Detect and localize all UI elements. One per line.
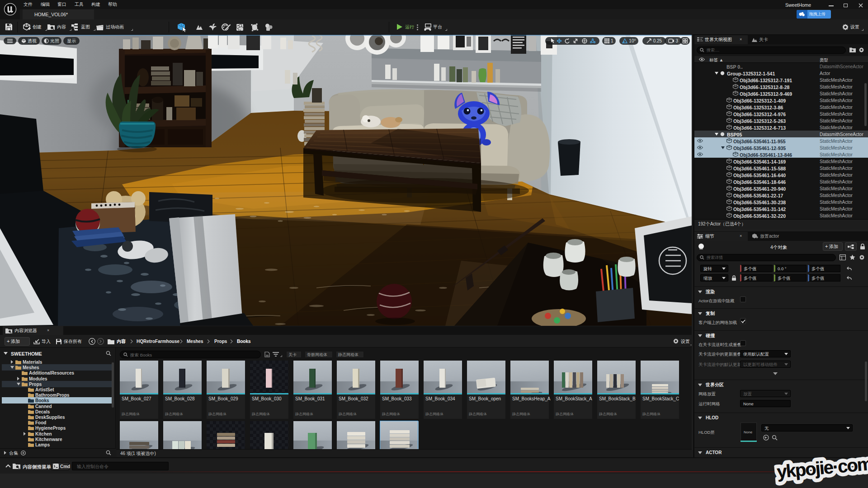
svg-text:ykpojie·com: ykpojie·com — [776, 454, 868, 482]
